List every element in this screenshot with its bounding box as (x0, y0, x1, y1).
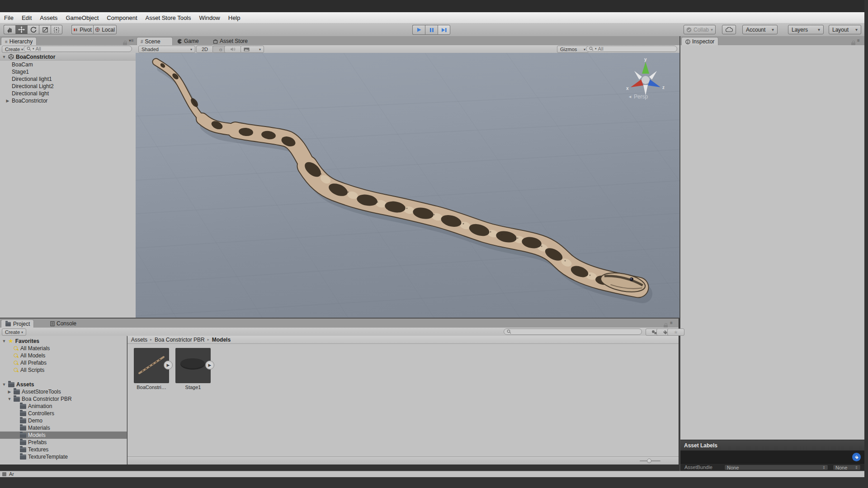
tab-inspector[interactable]: Inspector (681, 37, 718, 46)
scene-search-input[interactable]: ▾ All (586, 46, 677, 52)
disclosure-closed-icon[interactable]: ▶ (7, 388, 12, 395)
asset-label[interactable]: Stage1 (168, 385, 218, 390)
hierarchy-row-boaconstrictor[interactable]: ▶ BoaConstrictor (0, 97, 136, 104)
axis-x-cone[interactable] (631, 80, 643, 87)
hierarchy-scene-row[interactable]: ▼ BoaConstrictor (0, 53, 136, 61)
rect-tool-button[interactable] (51, 25, 62, 34)
disclosure-closed-icon[interactable]: ▶ (5, 97, 10, 104)
move-tool-button[interactable] (15, 25, 27, 34)
project-menu-icon[interactable]: ≡ (670, 320, 673, 325)
assets-root[interactable]: ▼ Assets (0, 381, 127, 388)
asset-expand-button[interactable]: ▶ (164, 361, 173, 370)
cloud-button[interactable] (722, 25, 736, 34)
folder-materials[interactable]: Materials (0, 424, 127, 432)
inspector-body (680, 45, 864, 440)
scene-audio-toggle[interactable] (224, 46, 241, 53)
inspector-menu-icon[interactable]: ≡ (857, 38, 860, 43)
disclosure-open-icon[interactable]: ▼ (2, 381, 6, 388)
speaker-icon (230, 47, 236, 52)
folder-prefabs[interactable]: Prefabs (0, 439, 127, 446)
saved-search-star-button[interactable]: ★ (667, 328, 684, 336)
gizmos-dropdown[interactable]: Gizmos ▾ (557, 46, 589, 53)
tab-asset-store[interactable]: Asset Store (209, 37, 251, 45)
disclosure-open-icon[interactable]: ▼ (2, 53, 6, 61)
hierarchy-row-stage1[interactable]: Stage1 (0, 68, 136, 75)
perspective-toggle[interactable]: ◄ Persp (628, 94, 648, 100)
favorites-root[interactable]: ▼ ★ Favorites (0, 338, 127, 345)
assetbundle-value: None (727, 465, 739, 470)
favorite-all-scripts[interactable]: All Scripts (0, 366, 127, 374)
label-picker-button[interactable] (852, 453, 861, 461)
favorite-all-models[interactable]: All Models (0, 352, 127, 359)
folder-boa-constrictor-pbr[interactable]: ▼ Boa Constrictor PBR (0, 395, 127, 403)
tab-console[interactable]: Console (47, 319, 80, 328)
asset-labels-header[interactable]: Asset Labels (680, 440, 864, 450)
menu-file[interactable]: File (0, 13, 18, 23)
hierarchy-row-directional-light2[interactable]: Directional Light2 (0, 83, 136, 90)
scene-effects-dropdown[interactable]: ▾ (241, 46, 264, 53)
2d-toggle-button[interactable]: 2D (196, 46, 213, 53)
hierarchy-row-directional-light1[interactable]: Directional light1 (0, 75, 136, 83)
breadcrumb-assets[interactable]: Assets (131, 337, 147, 343)
scene-orientation-gizmo[interactable]: y x z ◄ Persp (625, 57, 666, 101)
breadcrumb-boa-constrictor-pbr[interactable]: Boa Constrictor PBR (155, 337, 205, 343)
favorite-all-materials[interactable]: All Materials (0, 345, 127, 352)
collab-dropdown-arrow-icon: ▾ (711, 27, 713, 32)
favorite-all-prefabs[interactable]: All Prefabs (0, 359, 127, 366)
tab-hierarchy[interactable]: ≡ Hierarchy (1, 37, 37, 46)
folder-texturetemplate[interactable]: TextureTemplate (0, 453, 127, 460)
hierarchy-search-input[interactable]: ▾ All (24, 46, 132, 52)
hand-tool-button[interactable] (4, 25, 15, 34)
assetbundle-dropdown[interactable]: None ⇕ (724, 465, 828, 470)
folder-animation[interactable]: Animation (0, 403, 127, 410)
menu-asset-store-tools[interactable]: Asset Store Tools (142, 13, 195, 23)
asset-expand-button[interactable]: ▶ (205, 361, 214, 370)
layout-dropdown[interactable]: Layout ▾ (829, 25, 861, 34)
folder-models-selected[interactable]: Models (0, 432, 127, 439)
local-label: Local (102, 27, 115, 33)
menu-gameobject[interactable]: GameObject (61, 13, 103, 23)
menu-window[interactable]: Window (195, 13, 224, 23)
rotate-tool-button[interactable] (27, 25, 39, 34)
project-create-button[interactable]: Create ▾ (2, 328, 26, 336)
disclosure-open-icon[interactable]: ▼ (7, 395, 12, 403)
account-dropdown[interactable]: Account ▾ (742, 25, 778, 34)
tab-game[interactable]: Game (174, 37, 203, 45)
panel-menu-icon[interactable]: ▾≡ (129, 38, 134, 43)
scale-tool-button[interactable] (39, 25, 51, 34)
hierarchy-row-boacam[interactable]: BoaCam (0, 61, 136, 68)
hierarchy-row-directional-light[interactable]: Directional light (0, 90, 136, 97)
axis-z-cone[interactable] (648, 80, 660, 87)
menu-component[interactable]: Component (103, 13, 141, 23)
folder-demo[interactable]: Demo (0, 417, 127, 424)
layers-dropdown[interactable]: Layers ▾ (788, 25, 824, 34)
main-toolbar: Pivot Local Collab ▾ Account ▾ L (0, 23, 864, 37)
menu-assets[interactable]: Assets (36, 13, 61, 23)
collab-button[interactable]: Collab ▾ (684, 25, 716, 34)
folder-assetstoretools[interactable]: ▶ AssetStoreTools (0, 388, 127, 395)
menu-help[interactable]: Help (224, 13, 245, 23)
assetbundle-variant-dropdown[interactable]: None ⇕ (833, 465, 861, 470)
search-query-icon (14, 361, 19, 366)
hierarchy-create-button[interactable]: Create ▾ (2, 46, 26, 53)
local-toggle-button[interactable]: Local (93, 25, 117, 34)
tab-project[interactable]: Project (1, 319, 34, 328)
folder-textures[interactable]: Textures (0, 446, 127, 453)
tab-scene[interactable]: # Scene (137, 37, 173, 46)
axis-y-cone[interactable] (642, 62, 649, 74)
scene-panel: # Scene Game Asset Store Shaded ▾ 2D ☼ (136, 36, 679, 318)
scene-viewport[interactable]: y x z ◄ Persp (136, 53, 679, 318)
breadcrumb-models[interactable]: Models (212, 337, 231, 343)
play-button[interactable] (412, 25, 425, 35)
folder-controllers[interactable]: Controllers (0, 410, 127, 417)
pause-button[interactable] (425, 25, 438, 35)
pivot-toggle-button[interactable]: Pivot (71, 25, 93, 34)
disclosure-open-icon[interactable]: ▼ (2, 338, 6, 345)
menu-edit[interactable]: Edit (18, 13, 36, 23)
inspector-panel: Inspector ≡ Asset Labels AssetBundle Non… (679, 36, 864, 471)
shading-mode-dropdown[interactable]: Shaded ▾ (138, 46, 195, 53)
assetbundle-bar: AssetBundle None ⇕ None ⇕ (680, 463, 864, 471)
step-button[interactable] (438, 25, 450, 35)
project-search-input[interactable] (504, 328, 642, 335)
thumbnail-size-slider-knob[interactable] (647, 459, 651, 463)
